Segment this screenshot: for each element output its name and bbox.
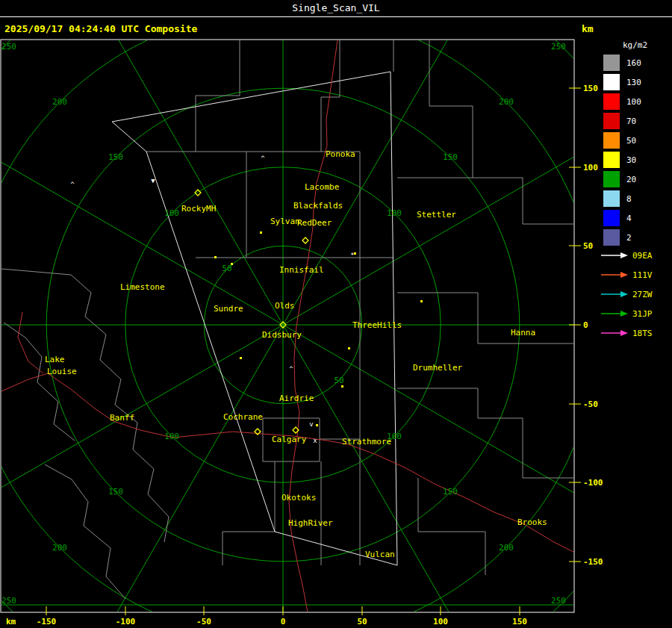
- boundary-lines: [1, 40, 575, 599]
- city-label: Olds: [275, 301, 295, 311]
- city-label: Sylvan: [270, 217, 300, 226]
- storm-cell-marker: ▼: [151, 177, 155, 184]
- city-label: Vulcan: [365, 550, 395, 559]
- legend-value: 130: [626, 78, 641, 87]
- legend-swatch: [603, 229, 620, 246]
- coverage-boundary: [391, 72, 397, 565]
- storm-cell-marker: x: [313, 437, 317, 444]
- town-dot: [231, 263, 233, 265]
- city-label: Banff: [110, 413, 134, 423]
- storm-track-arrow-icon: [600, 329, 629, 337]
- ring-label: 150: [108, 152, 123, 162]
- legend-swatch: [603, 74, 620, 90]
- city-label: Cochrane: [223, 412, 263, 422]
- storm-arrow-head: [620, 272, 628, 278]
- city-label: Airdrie: [279, 394, 314, 403]
- city-label: Okotoks: [281, 493, 316, 503]
- legend-swatch: [603, 210, 620, 226]
- legend-swatch: [603, 113, 620, 129]
- radar-site-marker: [302, 237, 308, 243]
- ring-label: 100: [164, 208, 179, 218]
- radial-line: [74, 325, 283, 628]
- county-boundary: [71, 275, 169, 542]
- right-axis-label: -100: [583, 478, 603, 488]
- city-label: Louise: [47, 367, 77, 376]
- ring-label: 100: [387, 208, 402, 218]
- ring-label: 250: [1, 42, 16, 52]
- ring-label: 200: [499, 543, 514, 553]
- legend-unit-label: kg/m2: [623, 40, 672, 50]
- storm-track-row: 31JP: [600, 310, 672, 317]
- map-layers: 2502001501005010015020025010015020025050…: [0, 39, 620, 628]
- county-boundary: [223, 532, 275, 565]
- storm-cell-marker: ^: [261, 155, 265, 162]
- header-row: 2025/09/17 04:24:40 UTC Composite km: [0, 17, 672, 39]
- ring-label: 50: [334, 376, 343, 385]
- storm-track-row: 27ZW: [600, 290, 672, 298]
- legend-swatch: [603, 152, 620, 168]
- highway: [294, 436, 575, 553]
- ring-label: 200: [52, 543, 67, 553]
- city-label: Hanna: [511, 328, 535, 338]
- ring-label: 150: [108, 487, 123, 497]
- town-dot: [420, 300, 423, 302]
- legend-entry: 70: [603, 113, 672, 129]
- storm-track-id: 31JP: [632, 309, 653, 319]
- town-dot: [214, 256, 217, 258]
- storm-track-row: 18TS: [600, 329, 672, 337]
- legend-entry: 30: [603, 152, 672, 168]
- city-label: Calgary: [272, 435, 307, 444]
- ring-label: 200: [499, 97, 514, 107]
- storm-track-list: 09EA111V27ZW31JP18TS: [599, 252, 672, 337]
- legend-entry: 160: [603, 55, 672, 71]
- legend-value: 70: [626, 116, 636, 126]
- legend-panel: kg/m2 16013010070503020842 09EA111V27ZW3…: [599, 39, 672, 349]
- city-label: Strathmore: [342, 437, 391, 447]
- storm-track-arrow-icon: [600, 271, 629, 279]
- bottom-axis-label: -50: [196, 617, 211, 627]
- legend-entry: 2: [603, 229, 672, 246]
- legend-entries: 16013010070503020842: [599, 55, 672, 246]
- storm-cell-marker: ^: [289, 365, 293, 373]
- bottom-axis-label: -100: [116, 617, 136, 627]
- radial-line: [74, 39, 283, 325]
- legend-entry: 20: [603, 171, 672, 187]
- legend-value: 160: [626, 58, 641, 68]
- city-label: RockyMH: [181, 204, 216, 214]
- legend-value: 4: [626, 214, 632, 223]
- storm-cell-marker: ^: [70, 181, 75, 188]
- town-dot: [316, 424, 318, 426]
- right-axis-label: -150: [583, 557, 603, 567]
- ring-label: 250: [1, 596, 16, 606]
- city-label: Stettler: [417, 210, 456, 220]
- legend-value: 2: [626, 233, 632, 243]
- storm-arrow-head: [620, 330, 628, 336]
- bottom-axis: -150-100-50050100150: [37, 606, 527, 627]
- right-axis-label: -50: [583, 400, 598, 409]
- map-border: [1, 40, 574, 612]
- storm-arrow-head: [620, 291, 628, 297]
- legend-value: 20: [626, 175, 636, 184]
- legend-value: 100: [626, 97, 641, 107]
- coverage-boundary: [275, 532, 397, 565]
- city-label: Lacombe: [305, 182, 339, 192]
- bottom-axis-label: -150: [37, 617, 57, 627]
- city-label: RedDeer: [297, 218, 332, 228]
- storm-track-id: 09EA: [632, 251, 653, 261]
- storm-track-id: 27ZW: [632, 290, 653, 299]
- city-label: Lake: [45, 355, 65, 364]
- ring-label: 200: [52, 97, 67, 107]
- town-dot: [260, 231, 262, 234]
- city-label: Sundre: [214, 304, 243, 314]
- city-label: Ponoka: [326, 149, 355, 159]
- city-label: Limestone: [120, 282, 165, 292]
- city-label: Drumheller: [413, 363, 463, 373]
- county-boundary: [321, 40, 340, 152]
- town-dot: [348, 347, 350, 349]
- storm-cell-marker: *: [350, 252, 354, 259]
- storm-track-arrow-icon: [600, 310, 629, 317]
- town-dot: [341, 385, 343, 388]
- map-canvas[interactable]: 2502001501005010015020025010015020025050…: [0, 39, 620, 628]
- county-boundary: [4, 323, 75, 441]
- town-dot: [240, 357, 242, 359]
